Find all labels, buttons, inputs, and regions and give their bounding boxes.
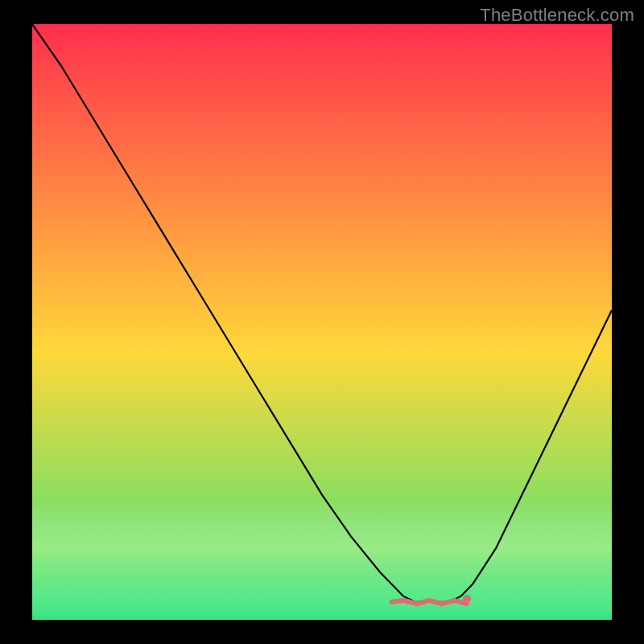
chart-svg [32,24,612,620]
chart-bottom-glow [32,24,612,620]
watermark-text: TheBottleneck.com [480,5,634,26]
svg-point-0 [463,595,471,603]
chart-area [32,24,612,620]
